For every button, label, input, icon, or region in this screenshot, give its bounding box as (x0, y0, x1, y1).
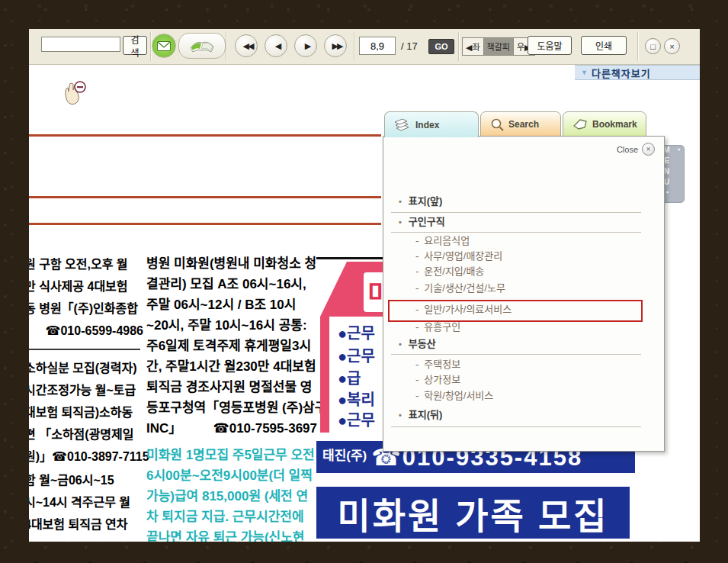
close-window-button[interactable]: × (664, 38, 680, 54)
ad-line: 시~14시 격주근무 월 (29, 491, 143, 513)
panel-close-button[interactable]: Close × (617, 143, 655, 156)
toolbar: 검색 ◀◀ ◀ ▶ ▶▶ / 17 GO ◀좌 책갈피 우▶ (29, 29, 700, 65)
bookmark-nav-group: ◀좌 책갈피 우▶ (462, 37, 535, 56)
bookmark-left-button[interactable]: ◀좌 (463, 38, 483, 55)
pink-ad-letter: 미 (367, 279, 383, 308)
classified-ad-left-3: 함 월~금06시~15 시~14시 격주근무 월 4대보험 퇴직금 연차 (29, 469, 143, 536)
book-view-button[interactable] (178, 33, 226, 59)
close-label: Close (617, 145, 638, 154)
ad-line: 만 식사제공 4대보험 (29, 275, 143, 298)
index-item-cover-front[interactable]: 표지(앞) (399, 195, 442, 208)
ad-divider (29, 349, 140, 350)
panel-separator (391, 426, 641, 427)
last-page-button[interactable]: ▶▶ (324, 34, 347, 57)
index-item-office[interactable]: 사무/영업/매장관리 (415, 249, 502, 263)
ad-phone: 원)」☎010-3897-7115 (29, 446, 143, 468)
ad-line: 차 퇴지금 지급. 근무시간전에 (146, 507, 319, 527)
search-input[interactable] (41, 37, 120, 52)
ad-line: 끝나면 자유 퇴근 가능(신노현 (146, 527, 319, 542)
go-button[interactable]: GO (428, 39, 454, 54)
viewer-window: 검색 ◀◀ ◀ ▶ ▶▶ / 17 GO ◀좌 책갈피 우▶ (29, 29, 700, 542)
toolbar-separator (458, 32, 460, 61)
ad-line: 퇴직금 경조사지원 명절선물 영 (146, 377, 317, 397)
mail-icon[interactable] (152, 34, 176, 58)
ad-line: 4대보험 퇴직금 연차 (29, 513, 143, 536)
ad-bullet: ●근무 (338, 321, 375, 343)
close-icon: × (642, 143, 655, 156)
other-books-label: 다른책자보기 (592, 66, 651, 80)
other-books-link[interactable]: ▼ 다른책자보기 (575, 65, 700, 80)
print-button[interactable]: 인쇄 (581, 36, 627, 55)
ad-line: INC」 (146, 418, 181, 439)
envelope-icon (157, 41, 171, 51)
ad-line: 간, 주말1시간 월230만 4대보험 (146, 356, 317, 377)
tab-bookmark-label: Bookmark (592, 119, 637, 130)
page-total-label: / 17 (401, 40, 418, 52)
panel-separator (391, 212, 641, 213)
ad-line: 대보험 퇴직금)소하동 (29, 401, 143, 423)
index-item-academy[interactable]: 학원/창업/서비스 (415, 389, 493, 403)
prev-page-button[interactable]: ◀ (265, 34, 287, 57)
index-item-commercial[interactable]: 상가정보 (415, 373, 460, 387)
classified-ad-cleaner: 미화원 1명모집 주5일근무 오전 6시00분~오전9시00분(더 일찍 가능)… (146, 445, 319, 542)
index-item-food[interactable]: 요리음식업 (415, 234, 470, 248)
index-item-tech[interactable]: 기술/생산/건설/노무 (415, 282, 505, 295)
tab-index[interactable]: Index (384, 111, 479, 137)
ad-line: 주6일제 토격주제 휴게평일3시 (146, 336, 317, 356)
pages-icon (394, 119, 411, 131)
bookmark-tag-icon (572, 118, 588, 130)
toolbar-separator (226, 32, 227, 61)
chevron-down-icon: ▼ (581, 69, 588, 76)
ad-line: 원 구함 오전,오후 월 (29, 253, 143, 275)
classified-ad-left-1: 원 구함 오전,오후 월 만 식사제공 4대보험 동 병원「(주)인화종합 ☎0… (29, 253, 143, 342)
tab-search-label: Search (508, 119, 539, 130)
section-rule-line (29, 196, 381, 198)
ad-line: 6시00분~오전9시00분(더 일찍 (146, 465, 319, 486)
search-button[interactable]: 검색 (123, 36, 147, 55)
ad-line: 편 「소하점(광명제일 (29, 423, 143, 446)
restore-window-button[interactable]: □ (645, 38, 661, 54)
ad-line: 가능)급여 815,000원 (세전 연 (146, 486, 319, 507)
index-item-jobs[interactable]: 구인구직 (399, 215, 445, 229)
index-panel: Index Search Bookmark Close × 표지(앞) 구인구직 (383, 111, 666, 452)
banner-recruit-ad: 미화원 가족 모집 (316, 487, 630, 539)
index-item-entertainment[interactable]: 유흥구인 (415, 320, 460, 334)
ad-line: 소하실분 모집(경력자) (29, 357, 143, 379)
search-icon (490, 117, 504, 131)
section-rule-line (29, 134, 381, 137)
panel-separator (391, 232, 641, 233)
display-ad-pink: 미 ●근무 ●근무 ●급 ●복리 ●근무 (316, 257, 383, 462)
ad-bullet: ●급 (338, 366, 361, 388)
ad-line: 결관리) 모집 A조 06시~16시, (146, 274, 317, 294)
ad-line: 병원 미화원(병원내 미화청소 청 (146, 253, 317, 274)
ad-line: 시간조정가능 월~토급 (29, 379, 143, 401)
toolbar-separator (354, 32, 355, 61)
classified-ad-left-2: 소하실분 모집(경력자) 시간조정가능 월~토급 대보험 퇴직금)소하동 편 「… (29, 357, 143, 468)
ad-bullet: ●근무 (338, 408, 375, 430)
ad-line: ~20시, 주말 10시~16시 공통: (146, 315, 317, 336)
ad-line: 동 병원「(주)인화종합 (29, 298, 143, 320)
first-page-button[interactable]: ◀◀ (235, 34, 258, 57)
ad-phone: ☎010-6599-4986 (29, 320, 143, 342)
index-item-cover-back[interactable]: 표지(뒤) (399, 408, 442, 422)
next-page-button[interactable]: ▶ (294, 34, 317, 57)
ad-phone: ☎010-7595-3697 (213, 418, 318, 439)
tab-search[interactable]: Search (480, 111, 561, 137)
ad-bullet: ●근무 (338, 344, 375, 366)
banner-company: 태진(주) (316, 445, 371, 470)
index-panel-body: Close × 표지(앞) 구인구직 요리음식업 사무/영업/매장관리 운전/지… (383, 136, 665, 452)
panel-separator (391, 354, 641, 355)
tab-index-label: Index (415, 120, 439, 130)
index-item-driving[interactable]: 운전/지입/배송 (415, 265, 484, 278)
tab-bookmark[interactable]: Bookmark (563, 111, 646, 137)
banner-text: 미화원 가족 모집 (338, 487, 609, 539)
zoom-out-hand-cursor-icon (59, 79, 90, 113)
bookmark-label: 책갈피 (483, 38, 514, 55)
index-item-general-medical[interactable]: 일반/가사/의료서비스 (415, 303, 512, 317)
ad-line: 함 월~금06시~15 (29, 469, 143, 491)
page-number-input[interactable] (359, 37, 396, 55)
ad-line: 미화원 1명모집 주5일근무 오전 (146, 445, 319, 465)
help-button[interactable]: 도움말 (528, 36, 572, 55)
index-item-housing[interactable]: 주택정보 (415, 358, 460, 372)
index-item-realestate[interactable]: 부동산 (399, 337, 436, 351)
